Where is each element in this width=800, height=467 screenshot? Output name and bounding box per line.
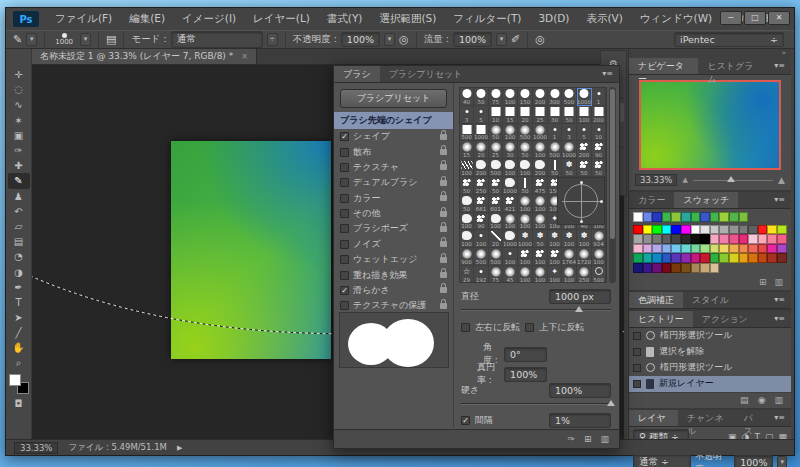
eyedropper-tool[interactable]: ✑ xyxy=(8,143,30,158)
spacing-value[interactable]: 1% xyxy=(549,413,611,428)
color-swatch[interactable] xyxy=(758,225,768,235)
brush-tip-cell[interactable]: 50 xyxy=(474,88,489,106)
brush-tip-cell[interactable]: 3 xyxy=(460,106,474,124)
lasso-tool[interactable]: ∿ xyxy=(8,97,30,112)
history-item[interactable]: 新規レイヤー xyxy=(629,376,791,392)
brush-tip-cell[interactable]: ✽50 xyxy=(533,230,548,248)
color-swatch[interactable] xyxy=(700,244,710,254)
panel-menu-icon[interactable]: ▾≡ xyxy=(596,66,619,82)
angle-dial[interactable] xyxy=(557,177,605,225)
new-snapshot-icon[interactable]: ◉ xyxy=(758,395,766,405)
brush-tip-cell[interactable]: 150 xyxy=(518,88,533,106)
brush-tip-cell[interactable]: 5 xyxy=(474,106,489,124)
brush-tip-cell[interactable]: 1764 xyxy=(562,248,577,266)
brush-presets-button[interactable]: ブラシプリセット xyxy=(340,89,447,108)
color-swatch[interactable] xyxy=(729,253,739,263)
status-menu-arrow[interactable]: ▶ xyxy=(177,444,182,452)
navigator-zoom-slider[interactable] xyxy=(693,180,773,181)
color-swatch[interactable] xyxy=(710,212,720,222)
diameter-input[interactable]: 1000 px xyxy=(549,289,611,304)
pressure-opacity-icon[interactable]: ◎ xyxy=(399,33,409,46)
brush-tip-cell[interactable]: 100 xyxy=(503,159,518,177)
color-swatch[interactable] xyxy=(758,234,768,244)
brush-tip-cell[interactable]: 15 xyxy=(503,106,518,124)
brush-option-checkbox[interactable] xyxy=(340,148,349,157)
color-swatch[interactable] xyxy=(671,234,681,244)
history-source-checkbox[interactable] xyxy=(633,348,641,356)
mode-arrow[interactable]: ÷ xyxy=(267,33,278,46)
brush-tip-cell[interactable]: 1000 xyxy=(503,230,518,248)
color-swatch[interactable] xyxy=(777,234,787,244)
color-swatch[interactable] xyxy=(681,263,691,273)
color-swatch[interactable] xyxy=(633,234,643,244)
panel-menu-icon[interactable]: ▾≡ xyxy=(768,292,791,308)
color-swatch[interactable] xyxy=(633,225,643,235)
opacity-value[interactable]: 100% xyxy=(341,32,380,47)
color-swatch[interactable] xyxy=(652,212,662,222)
panel-menu-icon[interactable]: ▾≡ xyxy=(768,311,791,327)
color-swatch[interactable] xyxy=(729,225,739,235)
color-swatch[interactable] xyxy=(671,212,681,222)
color-swatch[interactable] xyxy=(748,253,758,263)
brush-tip-cell[interactable]: 100 xyxy=(533,266,548,283)
brush-tip-cell[interactable]: 100 xyxy=(489,213,503,231)
brush-tip-cell[interactable]: 100 xyxy=(518,195,533,213)
brush-tip-cell[interactable]: 10 xyxy=(592,124,606,142)
brush-option-checkbox[interactable] xyxy=(340,224,349,233)
color-swatch[interactable] xyxy=(643,212,653,222)
brush-option-checkbox[interactable] xyxy=(340,194,349,203)
color-swatch[interactable] xyxy=(767,234,777,244)
brush-option-滑らかさ[interactable]: ✓滑らかさ xyxy=(334,283,453,298)
color-swatch[interactable] xyxy=(729,244,739,254)
color-swatch[interactable] xyxy=(777,253,787,263)
menu-item[interactable]: 書式(Y) xyxy=(319,9,371,29)
zoom-tool[interactable]: ⌕ xyxy=(8,356,30,371)
color-swatch[interactable] xyxy=(681,234,691,244)
color-swatch[interactable] xyxy=(662,212,672,222)
brush-tip-cell[interactable]: 100 xyxy=(533,248,548,266)
brush-tip-shape-item[interactable]: ブラシ先端のシェイプ xyxy=(334,112,453,129)
lock-icon[interactable] xyxy=(440,164,447,170)
tab-ブラシプリセット[interactable]: ブラシプリセット xyxy=(380,66,472,82)
color-swatch[interactable] xyxy=(748,225,758,235)
history-source-checkbox[interactable] xyxy=(633,364,641,372)
brush-tip-cell[interactable]: 100 xyxy=(562,266,577,283)
brush-tip-cell[interactable]: ☆29 xyxy=(460,266,474,283)
brush-option-checkbox[interactable] xyxy=(340,240,349,249)
shape-tool[interactable]: ╱ xyxy=(8,325,30,340)
delete-state-icon[interactable]: ▥ xyxy=(774,395,783,405)
brush-tip-cell[interactable]: 100 xyxy=(503,124,518,142)
brush-tip-cell[interactable]: 50 xyxy=(489,124,503,142)
color-swatch[interactable] xyxy=(691,225,701,235)
brush-tip-cell[interactable]: 500 xyxy=(460,124,474,142)
brush-option-ブラシポーズ[interactable]: ブラシポーズ xyxy=(334,221,453,236)
new-doc-from-state-icon[interactable]: ▤ xyxy=(740,395,749,405)
foreground-color-swatch[interactable] xyxy=(9,374,21,386)
brush-tip-cell[interactable]: 15 xyxy=(460,141,474,159)
toggle-brush-panel[interactable]: ▤ xyxy=(99,31,124,48)
color-swatch[interactable] xyxy=(700,212,710,222)
brush-tip-cell[interactable]: 100 xyxy=(533,195,548,213)
color-swatch[interactable] xyxy=(643,253,653,263)
color-swatch[interactable] xyxy=(729,212,739,222)
minimize-button[interactable]: ─ xyxy=(720,11,742,25)
flip-y-checkbox[interactable] xyxy=(525,323,534,332)
maximize-button[interactable]: □ xyxy=(744,11,766,25)
color-swatch[interactable] xyxy=(739,212,749,222)
brush-option-checkbox[interactable] xyxy=(340,255,349,264)
brush-tip-cell[interactable]: 475 xyxy=(533,177,548,195)
tab-ナビゲーター[interactable]: ナビゲーター xyxy=(629,58,698,74)
color-swatch[interactable] xyxy=(739,253,749,263)
status-zoom-input[interactable]: 33.33% xyxy=(14,442,58,454)
lock-icon[interactable] xyxy=(440,195,447,201)
roundness-input[interactable]: 100% xyxy=(504,367,547,382)
tab-アクション[interactable]: アクション xyxy=(693,311,757,327)
color-swatch[interactable] xyxy=(633,244,643,254)
tab-パス[interactable]: パス xyxy=(735,410,769,426)
pen-tool[interactable]: ✒ xyxy=(8,280,30,295)
brush-tip-cell[interactable]: 200 xyxy=(474,159,489,177)
brush-tip-cell[interactable]: 601 xyxy=(489,195,503,213)
type-tool[interactable]: T xyxy=(8,295,30,310)
collapse-panels-button[interactable]: » xyxy=(629,49,791,58)
brush-picker[interactable]: 1000 ▾ xyxy=(45,31,99,48)
